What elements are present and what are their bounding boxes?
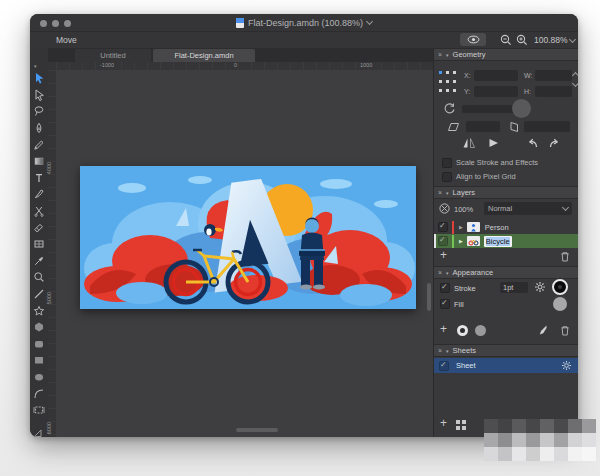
collapse-panel-icon[interactable]: ▾: [446, 348, 449, 354]
rotation-knob[interactable]: [512, 99, 531, 118]
tool-zoom[interactable]: [30, 269, 48, 286]
anchor-point-grid[interactable]: [439, 71, 459, 97]
tool-direct-select[interactable]: [30, 87, 48, 104]
horizontal-scrollbar[interactable]: [236, 428, 278, 432]
tool-move[interactable]: [30, 70, 48, 87]
geometry-panel-header[interactable]: × ▾ Geometry: [434, 48, 578, 61]
sheet-name[interactable]: Sheet: [456, 361, 476, 370]
title-chevron-icon[interactable]: [366, 18, 373, 25]
collapse-panel-icon[interactable]: ▾: [446, 270, 449, 276]
tool-pen[interactable]: [30, 120, 48, 137]
tool-lasso[interactable]: [30, 103, 48, 120]
align-pixel-grid-checkbox[interactable]: [442, 172, 452, 182]
tool-rounded-rect[interactable]: [30, 336, 48, 353]
layer-name[interactable]: Person: [485, 223, 509, 232]
skew-v-input[interactable]: [524, 121, 570, 132]
app-window: Flat-Design.amdn (100.88%) Move 100.88% …: [30, 14, 578, 437]
close-panel-icon[interactable]: ×: [438, 347, 442, 354]
tool-ellipse[interactable]: [30, 369, 48, 386]
toolstrip-more-button[interactable]: [33, 428, 43, 437]
h-input[interactable]: [535, 86, 572, 97]
title-bar[interactable]: Flat-Design.amdn (100.88%): [30, 14, 578, 32]
fill-checkbox[interactable]: ✓: [440, 299, 450, 309]
layer-visibility-checkbox[interactable]: ✓: [438, 222, 448, 232]
flip-vertical-button[interactable]: [487, 137, 500, 149]
disclosure-icon[interactable]: ▶: [459, 238, 463, 244]
scale-stroke-checkbox[interactable]: [442, 158, 452, 168]
stroke-settings-gear-icon[interactable]: [534, 281, 546, 293]
zoom-in-button[interactable]: [516, 34, 528, 46]
tool-eraser[interactable]: [30, 219, 48, 236]
vertical-scrollbar[interactable]: [427, 283, 431, 311]
rotate-cw-button[interactable]: [548, 137, 561, 149]
tool-grid[interactable]: [30, 236, 48, 253]
tab-flat-design[interactable]: Flat-Design.amdn: [153, 49, 255, 62]
wh-link-stepper[interactable]: [573, 75, 578, 86]
more-tools-flag-icon: [33, 428, 43, 437]
disclosure-icon[interactable]: ▶: [459, 224, 463, 230]
selected-text: Bicycle: [486, 237, 510, 246]
trash-icon: [560, 325, 570, 336]
fill-mode-icon[interactable]: [475, 325, 486, 336]
opacity-dial-icon[interactable]: [439, 203, 450, 214]
zoom-out-button[interactable]: [500, 34, 512, 46]
stroke-mode-icon[interactable]: [457, 325, 468, 336]
rotate-ccw-button[interactable]: [526, 137, 539, 149]
blend-mode-dropdown[interactable]: Normal: [484, 202, 572, 215]
lasso-icon: [33, 105, 45, 117]
x-input[interactable]: [474, 70, 518, 81]
layer-thumbnail: [467, 236, 480, 246]
layer-name-edit-field[interactable]: Bicycle: [484, 236, 512, 247]
collapse-panel-icon[interactable]: ▾: [446, 52, 449, 58]
add-appearance-button[interactable]: +: [440, 324, 447, 335]
arrange-sheets-icon[interactable]: [456, 420, 467, 431]
tool-star[interactable]: [30, 302, 48, 319]
artboard[interactable]: [80, 166, 416, 309]
sheets-panel-header[interactable]: × ▾ Sheets: [434, 344, 578, 357]
fill-color-swatch[interactable]: [553, 297, 567, 311]
tool-scissors[interactable]: [30, 203, 48, 220]
sheet-visibility-checkbox[interactable]: ✓: [439, 361, 449, 371]
stroke-checkbox[interactable]: ✓: [440, 283, 450, 293]
zoom-level-value[interactable]: 100.88%: [534, 35, 568, 45]
stroke-width-input[interactable]: 1pt: [500, 282, 528, 293]
add-sheet-button[interactable]: +: [440, 418, 447, 429]
tool-strip: ▾: [30, 48, 49, 437]
tool-knife[interactable]: [30, 186, 48, 203]
sheet-settings-gear-icon[interactable]: [561, 360, 572, 371]
style-brush-icon[interactable]: [536, 324, 548, 336]
tool-artboard[interactable]: [30, 402, 48, 419]
toolstrip-collapse-icon[interactable]: ▾: [34, 63, 37, 69]
stroke-color-swatch[interactable]: [552, 279, 568, 295]
layer-visibility-checkbox[interactable]: ✓: [438, 236, 448, 246]
tool-polygon[interactable]: [30, 319, 48, 336]
close-panel-icon[interactable]: ×: [438, 189, 442, 196]
y-input[interactable]: [474, 86, 518, 97]
delete-appearance-button[interactable]: [560, 325, 570, 336]
w-input[interactable]: [535, 70, 572, 81]
eyedropper-icon: [33, 255, 45, 267]
trash-icon: [560, 251, 570, 262]
skew-h-input[interactable]: [466, 121, 500, 132]
tab-untitled[interactable]: Untitled: [75, 49, 151, 62]
tool-arc[interactable]: [30, 385, 48, 402]
add-layer-button[interactable]: +: [440, 250, 447, 261]
canvas[interactable]: [56, 70, 433, 437]
delete-layer-button[interactable]: [560, 251, 570, 262]
flip-horizontal-button[interactable]: [462, 137, 476, 149]
rectangle-icon: [33, 354, 45, 366]
collapse-panel-icon[interactable]: ▾: [446, 190, 449, 196]
layer-row-bicycle[interactable]: ✓ ▶ Bicycle: [434, 234, 578, 248]
sheet-row[interactable]: ✓ Sheet: [434, 358, 578, 373]
appearance-panel-header[interactable]: × ▾ Appearance: [434, 266, 578, 279]
close-panel-icon[interactable]: ×: [438, 51, 442, 58]
close-panel-icon[interactable]: ×: [438, 269, 442, 276]
view-options-button[interactable]: [460, 33, 486, 46]
zoom-dropdown-chevron-icon[interactable]: [569, 36, 576, 43]
tool-draw[interactable]: [30, 136, 48, 153]
tool-eyedropper[interactable]: [30, 253, 48, 270]
layers-opacity-value[interactable]: 100%: [454, 205, 473, 214]
layer-row-person[interactable]: ✓ ▶ Person: [434, 220, 578, 234]
layers-panel-header[interactable]: × ▾ Layers: [434, 186, 578, 199]
tool-rectangle[interactable]: [30, 352, 48, 369]
